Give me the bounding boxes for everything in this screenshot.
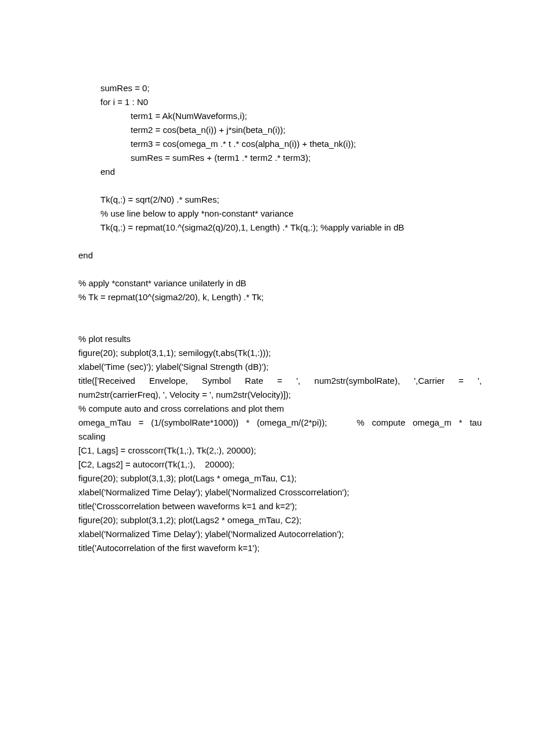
code-line: % Tk = repmat(10^(sigma2/20), k, Length)… xyxy=(78,290,482,304)
code-line: figure(20); subplot(3,1,2); plot(Lags2 *… xyxy=(78,513,482,527)
code-line: Tk(q,:) = sqrt(2/N0) .* sumRes; xyxy=(78,193,482,207)
blank-line xyxy=(78,304,482,318)
code-line: % use line below to apply *non-constant*… xyxy=(78,207,482,221)
code-line: end xyxy=(78,249,482,262)
code-line: term2 = cos(beta_n(i)) + j*sin(beta_n(i)… xyxy=(78,123,482,137)
code-line: title('Crosscorrelation between waveform… xyxy=(78,499,482,513)
code-line: title(['Received Envelope, Symbol Rate =… xyxy=(78,374,482,388)
code-line: % compute auto and cross correlations an… xyxy=(78,402,482,416)
code-line: scaling xyxy=(78,430,482,444)
code-line: sumRes = sumRes + (term1 .* term2 .* ter… xyxy=(78,151,482,165)
code-line: title('Autocorrelation of the first wave… xyxy=(78,541,482,555)
document-page: sumRes = 0;for i = 1 : N0term1 = Ak(NumW… xyxy=(0,0,534,602)
code-line: omega_mTau = (1/(symbolRate*1000)) * (om… xyxy=(78,416,482,430)
code-line: term3 = cos(omega_m .* t .* cos(alpha_n(… xyxy=(78,137,482,151)
blank-line xyxy=(78,235,482,249)
blank-line xyxy=(78,179,482,193)
blank-line xyxy=(78,318,482,332)
code-line: % apply *constant* variance unilaterly i… xyxy=(78,276,482,290)
code-line: end xyxy=(78,165,482,179)
code-line: term1 = Ak(NumWaveforms,i); xyxy=(78,109,482,123)
code-line: xlabel('Normalized Time Delay'); ylabel(… xyxy=(78,485,482,499)
code-line: sumRes = 0; xyxy=(78,81,482,95)
code-line: % plot results xyxy=(78,332,482,346)
code-line: xlabel('Time (sec)'); ylabel('Signal Str… xyxy=(78,360,482,374)
code-line: figure(20); subplot(3,1,3); plot(Lags * … xyxy=(78,471,482,485)
code-line: for i = 1 : N0 xyxy=(78,95,482,109)
code-line: [C2, Lags2] = autocorr(Tk(1,:), 20000); xyxy=(78,458,482,471)
code-line: num2str(carrierFreq), ', Velocity = ', n… xyxy=(78,388,482,402)
code-line: [C1, Lags] = crosscorr(Tk(1,:), Tk(2,:),… xyxy=(78,444,482,458)
code-line: Tk(q,:) = repmat(10.^(sigma2(q)/20),1, L… xyxy=(78,221,482,235)
blank-line xyxy=(78,262,482,276)
code-line: figure(20); subplot(3,1,1); semilogy(t,a… xyxy=(78,346,482,360)
code-line: xlabel('Normalized Time Delay'); ylabel(… xyxy=(78,527,482,541)
